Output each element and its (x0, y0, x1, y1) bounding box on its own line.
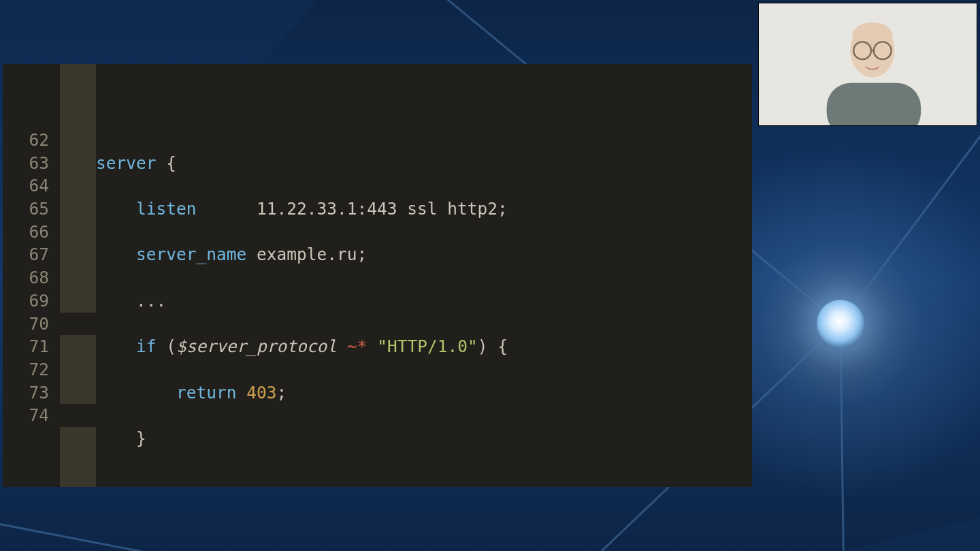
line-number: 71 (3, 335, 49, 358)
line-number: 69 (3, 289, 49, 313)
code-editor: 62 63 64 65 66 67 68 69 70 71 72 73 74 s… (3, 64, 752, 487)
code-line: server { (96, 152, 752, 175)
code-content[interactable]: server { listen 11.22.33.1:443 ssl http2… (96, 64, 752, 487)
avatar-placeholder-icon (759, 3, 977, 125)
presenter-webcam (758, 3, 977, 126)
line-number: 65 (3, 198, 49, 221)
line-number: 68 (3, 266, 49, 289)
line-number: 64 (3, 174, 49, 198)
code-line: server_name example.ru; (96, 243, 752, 266)
code-line: if ($server_protocol ~* "HTTP/1.0") { (96, 335, 752, 358)
svg-line-4 (0, 518, 354, 551)
svg-marker-6 (667, 518, 980, 551)
line-number: 72 (3, 358, 49, 381)
svg-point-9 (852, 22, 892, 50)
line-number: 66 (3, 221, 49, 244)
code-line: return 403; (96, 381, 752, 405)
svg-rect-10 (827, 83, 921, 125)
code-line: ... (96, 289, 752, 313)
line-number: 67 (3, 243, 49, 266)
indent-guide-highlight (60, 64, 96, 487)
svg-line-2 (840, 324, 844, 551)
network-node-glow (817, 300, 864, 347)
code-line: } (96, 427, 752, 450)
line-number: 74 (3, 404, 49, 427)
code-line: listen 11.22.33.1:443 ssl http2; (96, 198, 752, 221)
line-number: 62 (3, 129, 49, 152)
line-number-gutter: 62 63 64 65 66 67 68 69 70 71 72 73 74 (3, 64, 60, 487)
line-number: 70 (3, 313, 49, 336)
line-number: 63 (3, 152, 49, 175)
line-number: 73 (3, 381, 49, 405)
code-line: ... (96, 473, 752, 487)
